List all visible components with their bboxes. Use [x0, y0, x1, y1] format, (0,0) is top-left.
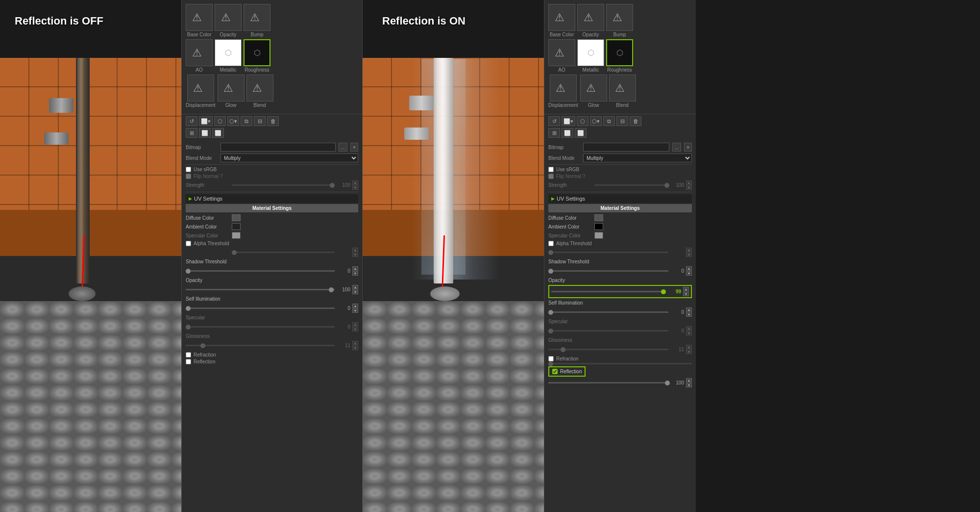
texture-slot-base-color[interactable]: Base Color: [186, 4, 213, 37]
r-reflection-slider[interactable]: [548, 382, 668, 384]
r-bitmap-btn2[interactable]: ×: [684, 143, 692, 152]
tool-btn-delete[interactable]: 🗑: [267, 116, 279, 126]
right-box-roughness[interactable]: ⬡: [606, 39, 633, 66]
tool-btn-square[interactable]: ⬜: [199, 128, 211, 138]
texture-box-blend[interactable]: [246, 75, 273, 102]
blend-mode-select[interactable]: Multiply: [220, 154, 358, 162]
r-tool-btn-share2[interactable]: ⬡▾: [590, 116, 602, 126]
r-tool-btn-grid[interactable]: ⊞: [548, 128, 560, 138]
tool-btn-share[interactable]: ⬡: [214, 116, 226, 126]
specular-slider[interactable]: [186, 326, 335, 328]
texture-slot-ao[interactable]: AO: [186, 39, 213, 73]
tool-btn-frame[interactable]: ⬜▾: [199, 116, 213, 126]
bitmap-btn[interactable]: ...: [339, 143, 347, 152]
texture-box-roughness[interactable]: ⬡: [244, 39, 270, 66]
right-slot-glow[interactable]: Glow: [580, 75, 607, 108]
uv-settings-section[interactable]: ▶ UV Settings: [186, 194, 358, 203]
texture-slot-roughness[interactable]: ⬡ Roughness: [244, 39, 270, 73]
strength-stepper[interactable]: ▲ ▼: [352, 180, 358, 190]
alpha-slider[interactable]: [232, 252, 335, 253]
r-tool-btn-undo[interactable]: ↺: [548, 116, 560, 126]
strength-up[interactable]: ▲: [352, 180, 358, 185]
texture-slot-bump[interactable]: Bump: [244, 4, 270, 37]
right-box-displacement[interactable]: [550, 75, 577, 102]
strength-slider[interactable]: [232, 184, 335, 186]
texture-box-bump[interactable]: [244, 4, 270, 31]
alpha-stepper[interactable]: ▲ ▼: [352, 248, 358, 257]
r-tool-btn-delete[interactable]: 🗑: [630, 116, 641, 126]
r-bitmap-btn[interactable]: ...: [672, 143, 681, 152]
texture-box-metallic[interactable]: ⬡: [215, 39, 242, 66]
tool-btn-share2[interactable]: ⬡▾: [227, 116, 239, 126]
right-box-ao[interactable]: [548, 39, 575, 66]
r-tool-btn-frame[interactable]: ⬜▾: [562, 116, 575, 126]
tool-btn-grid[interactable]: ⊞: [186, 128, 197, 138]
texture-box-displacement[interactable]: [187, 75, 214, 102]
r-specular-slider[interactable]: [548, 330, 668, 332]
reflection-checkbox[interactable]: [186, 359, 191, 364]
alpha-threshold-checkbox[interactable]: [186, 241, 191, 246]
r-tool-btn-paste[interactable]: ⊟: [616, 116, 628, 126]
right-box-base-color[interactable]: [548, 4, 575, 31]
r-specular-color-swatch[interactable]: [594, 232, 603, 239]
r-tool-btn-square[interactable]: ⬜: [562, 128, 573, 138]
use-srgb-checkbox[interactable]: [186, 167, 191, 172]
glossiness-slider[interactable]: [186, 345, 335, 346]
refraction-checkbox[interactable]: [186, 352, 191, 358]
r-blend-mode-select[interactable]: Multiply: [583, 154, 692, 162]
right-slot-displacement[interactable]: Displacement: [548, 75, 578, 108]
self-illum-slider[interactable]: [186, 307, 335, 309]
r-diffuse-color-swatch[interactable]: [594, 214, 603, 221]
opacity-stepper[interactable]: ▲ ▼: [352, 285, 358, 294]
right-slot-bump[interactable]: Bump: [606, 4, 633, 37]
r-shadow-threshold-slider[interactable]: [548, 270, 668, 272]
r-flip-normal-checkbox[interactable]: [548, 174, 554, 179]
texture-slot-displacement[interactable]: Displacement: [186, 75, 216, 108]
tool-btn-copy[interactable]: ⧉: [241, 116, 252, 126]
right-slot-roughness[interactable]: ⬡ Roughness: [606, 39, 633, 73]
texture-slot-opacity[interactable]: Opacity: [215, 4, 242, 37]
texture-box-base-color[interactable]: [186, 4, 213, 31]
r-tool-btn-square2[interactable]: ⬜: [575, 128, 587, 138]
tool-btn-square2[interactable]: ⬜: [212, 128, 224, 138]
r-refraction-slider[interactable]: [548, 363, 692, 364]
right-box-glow[interactable]: [580, 75, 607, 102]
r-ambient-color-swatch[interactable]: [594, 223, 603, 230]
r-strength-slider[interactable]: [594, 184, 668, 186]
right-slot-blend[interactable]: Blend: [609, 75, 636, 108]
shadow-threshold-slider[interactable]: [186, 270, 335, 272]
ambient-color-swatch[interactable]: [232, 223, 241, 230]
texture-box-opacity[interactable]: [215, 4, 242, 31]
texture-box-ao[interactable]: [186, 39, 213, 66]
right-slot-opacity[interactable]: Opacity: [577, 4, 604, 37]
r-opacity-slider[interactable]: [551, 291, 665, 292]
texture-slot-blend[interactable]: Blend: [246, 75, 273, 108]
tool-btn-paste[interactable]: ⊟: [254, 116, 266, 126]
texture-slot-metallic[interactable]: ⬡ Metallic: [215, 39, 242, 73]
right-box-metallic[interactable]: ⬡: [577, 39, 604, 66]
opacity-slider[interactable]: [186, 289, 335, 290]
right-slot-base-color[interactable]: Base Color: [548, 4, 575, 37]
r-self-illum-slider[interactable]: [548, 311, 668, 313]
texture-slot-glow[interactable]: Glow: [218, 75, 245, 108]
self-illum-stepper[interactable]: ▲ ▼: [352, 304, 358, 313]
right-box-bump[interactable]: [606, 4, 633, 31]
texture-box-glow[interactable]: [218, 75, 245, 102]
tool-btn-undo[interactable]: ↺: [186, 116, 197, 126]
r-reflection-checkbox[interactable]: [552, 369, 558, 374]
r-refraction-checkbox[interactable]: [548, 356, 554, 361]
r-tool-btn-copy[interactable]: ⧉: [603, 116, 615, 126]
r-use-srgb-checkbox[interactable]: [548, 167, 554, 172]
r-alpha-threshold-checkbox[interactable]: [548, 241, 554, 246]
right-box-blend[interactable]: [609, 75, 636, 102]
flip-normal-checkbox[interactable]: [186, 174, 191, 179]
r-glossiness-slider[interactable]: [548, 349, 668, 350]
right-slot-metallic[interactable]: ⬡ Metallic: [577, 39, 604, 73]
diffuse-color-swatch[interactable]: [232, 214, 241, 221]
specular-color-swatch[interactable]: [232, 232, 241, 239]
strength-down[interactable]: ▼: [352, 185, 358, 190]
right-box-opacity[interactable]: [577, 4, 604, 31]
r-uv-settings-section[interactable]: ▶ UV Settings: [548, 194, 692, 203]
r-tool-btn-share[interactable]: ⬡: [577, 116, 588, 126]
bitmap-btn2[interactable]: ×: [350, 143, 358, 152]
